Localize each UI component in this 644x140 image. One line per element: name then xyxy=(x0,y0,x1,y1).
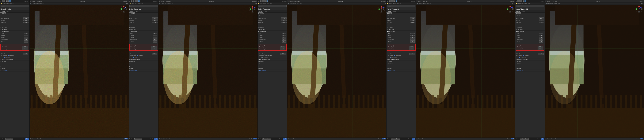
position-btn[interactable]: Position xyxy=(159,138,162,139)
simplify-header[interactable]: ▷ Simplify xyxy=(516,68,544,69)
volumes-header[interactable]: ▷ Volumes xyxy=(387,61,416,62)
glossy-value[interactable]: 4 xyxy=(539,37,543,38)
icon-scene[interactable]: ⌂ xyxy=(388,0,390,2)
fast-gi-header[interactable]: ▷ Fast GI Approximation xyxy=(387,59,416,60)
icon-mat[interactable]: ● xyxy=(521,0,522,2)
tab-midi[interactable]: MIDI xyxy=(6,10,10,12)
icon-mat[interactable]: ● xyxy=(134,0,136,2)
sculpting-btn[interactable]: Sculpting xyxy=(209,0,214,2)
reflective-check[interactable] xyxy=(266,55,266,56)
light-paths-header[interactable]: ▷ Light Paths xyxy=(516,29,544,30)
viewport-scene[interactable]: Y X Z xyxy=(158,5,258,138)
curves-header[interactable]: ▷ Curves xyxy=(0,65,29,67)
icon-mat[interactable]: ● xyxy=(263,0,265,2)
motion-blur-header[interactable]: ▷ ● Motion Blur xyxy=(0,70,29,71)
total-value[interactable]: 12 xyxy=(24,33,28,34)
nt-value[interactable]: 0.01 xyxy=(281,17,286,19)
center-frame-btn2[interactable]: Center on Frame xyxy=(551,138,558,139)
clamping-header[interactable]: ▼ Clamping xyxy=(388,44,415,46)
icon-obj[interactable]: ○ xyxy=(133,0,134,2)
shader-value[interactable]: 1.00 xyxy=(541,138,544,140)
advanced-header[interactable]: ▷ Advanced xyxy=(387,26,416,28)
tab-midi[interactable]: MIDI xyxy=(264,10,268,12)
center-frame-btn[interactable]: Center on Frame xyxy=(134,138,142,140)
menu-icon[interactable]: ☰ xyxy=(516,0,517,2)
cam-ctrl-2[interactable]: ⊟ xyxy=(385,3,386,4)
shader-value[interactable]: 1.00 xyxy=(283,138,287,140)
cam-ctrl-2[interactable]: ⊟ xyxy=(256,3,257,4)
indirect-light-value[interactable]: 0.00 xyxy=(280,48,286,50)
reflective-check[interactable] xyxy=(523,55,524,56)
simplify-header[interactable]: ▷ Simplify xyxy=(130,68,158,69)
advanced-header[interactable]: ▷ Advanced xyxy=(0,26,29,28)
render-header[interactable]: ▷ Render xyxy=(0,15,29,17)
refractive-check[interactable] xyxy=(133,57,134,58)
denoise2-header[interactable]: ▷ Denoise xyxy=(258,24,286,26)
clamping-header[interactable]: ▼ Clamping xyxy=(516,44,544,46)
shader-value2[interactable]: 1.00 xyxy=(124,138,128,140)
volume-value[interactable]: 0 xyxy=(153,41,157,43)
viewport-scene[interactable]: Y X Z xyxy=(30,5,129,138)
sculpting-btn[interactable]: Sculpting xyxy=(467,0,472,2)
samples-value[interactable]: 850 xyxy=(24,19,29,21)
viewport-scene[interactable]: Y X Z xyxy=(416,5,515,138)
refractive-check[interactable] xyxy=(262,57,262,58)
glossy-value[interactable]: 4 xyxy=(282,37,286,38)
icon-obj[interactable]: ○ xyxy=(262,0,263,2)
transmission-value[interactable]: 12 xyxy=(282,39,286,41)
reflective-check[interactable] xyxy=(8,55,9,56)
tab-render[interactable]: Render xyxy=(0,10,6,12)
curves-header[interactable]: ▷ Curves xyxy=(258,65,286,67)
nt-value[interactable]: 0.01 xyxy=(24,17,29,19)
scene-label[interactable]: Scene xyxy=(547,0,550,2)
options-btn[interactable]: Options ▾ xyxy=(381,0,386,2)
search-input[interactable] xyxy=(258,5,286,7)
clamping-header[interactable]: ▼ Clamping xyxy=(130,44,157,46)
clamping-header[interactable]: ▼ Clamping xyxy=(1,44,28,46)
cam-ctrl-1[interactable]: ⊞ xyxy=(384,3,384,4)
total-value[interactable]: 12 xyxy=(539,33,543,34)
icon-world[interactable]: ◎ xyxy=(394,0,396,2)
options-btn[interactable]: Options ▾ xyxy=(639,0,643,2)
shader-value2[interactable]: 1.00 xyxy=(253,138,257,140)
fast-gi-header[interactable]: ▷ Fast GI Approximation xyxy=(258,59,286,60)
shader-value2[interactable]: 1.00 xyxy=(640,138,643,140)
indirect-light-value[interactable]: 0.00 xyxy=(409,48,414,50)
center-frame-btn2[interactable]: Center on Frame xyxy=(164,138,172,139)
samples-value[interactable]: 850 xyxy=(410,19,416,21)
nav-gizmo[interactable]: Y X Z xyxy=(120,5,128,13)
diffuse-value[interactable]: 4 xyxy=(539,35,543,36)
samples-value[interactable]: 850 xyxy=(152,19,158,21)
time-limit-value[interactable]: 0 sec xyxy=(152,22,158,23)
icon-world[interactable]: ◎ xyxy=(265,0,266,2)
diffuse-value[interactable]: 4 xyxy=(410,35,414,36)
motion-blur-header[interactable]: ▷ ● Motion Blur xyxy=(387,70,416,71)
icon-obj[interactable]: ○ xyxy=(390,0,392,2)
refractive-check[interactable] xyxy=(4,57,5,58)
simplify-header[interactable]: ▷ Simplify xyxy=(387,68,416,69)
volume-value[interactable]: 0 xyxy=(410,41,414,43)
subdivision-header[interactable]: ▷ Subdivision xyxy=(516,63,544,65)
options-btn[interactable]: Options ▾ xyxy=(510,0,514,2)
motion-blur-header[interactable]: ▷ ● Motion Blur xyxy=(130,70,158,71)
position-btn[interactable]: Position xyxy=(546,138,549,139)
tab-midi[interactable]: MIDI xyxy=(392,10,397,12)
cam-ctrl-2[interactable]: ⊟ xyxy=(514,3,514,4)
indirect-light-value[interactable]: 0.00 xyxy=(151,48,157,50)
motion-blur-header[interactable]: ▷ ● Motion Blur xyxy=(516,70,544,71)
transmission-value[interactable]: 12 xyxy=(153,39,157,41)
nt-value[interactable]: 0.01 xyxy=(539,17,544,19)
icon-world[interactable]: ◎ xyxy=(136,0,138,2)
advanced-header[interactable]: ▷ Advanced xyxy=(258,26,286,28)
max-bounces-header[interactable]: ▼ Max Bounces xyxy=(258,31,286,32)
denoise-header[interactable]: ▼ Denoise xyxy=(130,13,158,14)
total-value[interactable]: 12 xyxy=(153,33,157,34)
indirect-light-value[interactable]: 0.00 xyxy=(22,48,28,50)
view-layer-btn[interactable]: View Layer xyxy=(552,0,557,2)
options-btn[interactable]: Options ▾ xyxy=(123,0,128,2)
denoise-header[interactable]: ▼ Denoise xyxy=(258,13,286,14)
icon-render[interactable]: ▷ xyxy=(396,0,397,2)
indirect-light-value[interactable]: 0.00 xyxy=(538,48,543,50)
icon-mat[interactable]: ● xyxy=(392,0,394,2)
cam-ctrl-1[interactable]: ⊞ xyxy=(126,3,127,4)
